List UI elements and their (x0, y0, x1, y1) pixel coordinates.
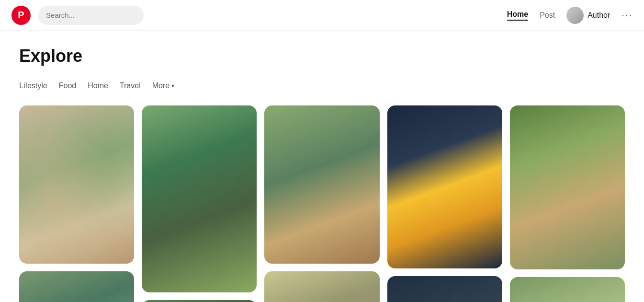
chevron-down-icon: ▾ (171, 82, 174, 89)
masonry-col-3 (264, 105, 379, 302)
filter-lifestyle[interactable]: Lifestyle (19, 80, 47, 92)
card-7[interactable] (142, 300, 257, 302)
card-4[interactable] (387, 105, 502, 268)
card-1[interactable] (19, 105, 134, 264)
nav-post[interactable]: Post (540, 11, 555, 20)
filter-home[interactable]: Home (88, 80, 108, 92)
header: P Home Post Author ··· (0, 0, 644, 31)
filter-tabs: Lifestyle Food Home Travel More ▾ (19, 80, 625, 92)
nav-right: Home Post Author ··· (507, 7, 633, 24)
masonry-col-5 (510, 105, 625, 302)
author-label: Author (588, 11, 610, 20)
main-content: Explore Lifestyle Food Home Travel More … (0, 31, 644, 302)
card-6[interactable] (19, 271, 134, 302)
logo-letter: P (18, 10, 24, 21)
search-bar[interactable] (38, 6, 144, 25)
avatar (566, 7, 584, 24)
card-3[interactable] (264, 105, 379, 264)
card-5[interactable] (510, 105, 625, 269)
more-label: More (152, 81, 169, 90)
logo-button[interactable]: P (11, 6, 31, 25)
nav-home[interactable]: Home (507, 10, 528, 21)
masonry-grid (19, 105, 625, 302)
masonry-col-1 (19, 105, 134, 302)
card-2[interactable] (142, 105, 257, 292)
filter-more[interactable]: More ▾ (152, 81, 174, 90)
page-title: Explore (19, 46, 625, 66)
card-9[interactable] (387, 276, 502, 302)
card-10[interactable] (510, 277, 625, 302)
avatar-image (566, 7, 584, 24)
filter-travel[interactable]: Travel (120, 80, 141, 92)
filter-food[interactable]: Food (59, 80, 76, 92)
masonry-col-2 (142, 105, 257, 302)
author-section[interactable]: Author (566, 7, 610, 24)
card-8[interactable] (264, 271, 379, 302)
search-input[interactable] (46, 11, 136, 19)
more-menu-button[interactable]: ··· (621, 10, 633, 21)
masonry-col-4 (387, 105, 502, 302)
